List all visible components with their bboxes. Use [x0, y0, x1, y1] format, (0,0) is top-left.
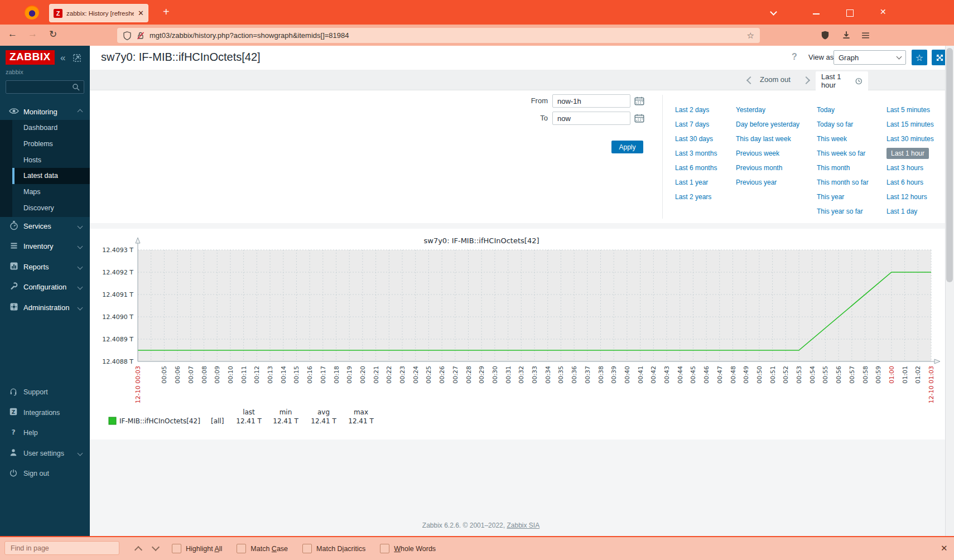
time-range-link[interactable]: Last 6 months — [675, 161, 717, 175]
sidebar-item-support[interactable]: Support — [0, 384, 90, 400]
sidebar-popout-icon[interactable] — [73, 54, 81, 62]
checkbox[interactable] — [237, 544, 246, 553]
sidebar-item-help[interactable]: ?Help — [0, 424, 90, 441]
time-shift-forward-chevron-icon[interactable] — [802, 76, 810, 84]
sidebar-subitem-problems[interactable]: Problems — [12, 136, 90, 152]
url-bar[interactable]: mgt03/zabbix/history.php?action=showgrap… — [117, 28, 760, 43]
checkbox[interactable] — [380, 544, 389, 553]
time-range-link[interactable]: Last 12 hours — [886, 190, 934, 204]
downloads-icon[interactable] — [841, 30, 851, 40]
time-range-link[interactable]: Previous year — [736, 175, 799, 190]
time-range-link[interactable]: Last 2 days — [675, 103, 717, 117]
find-close-icon[interactable]: ✕ — [941, 543, 948, 553]
time-range-link[interactable]: Last 5 minutes — [886, 103, 934, 117]
new-tab-button[interactable]: + — [163, 6, 170, 18]
time-range-link[interactable]: Last 1 year — [675, 175, 717, 190]
x-axis-tick: 00:20 — [359, 366, 367, 384]
sidebar-subitem-hosts[interactable]: Hosts — [12, 152, 90, 168]
sidebar-item-inventory[interactable]: Inventory — [0, 238, 90, 255]
checkbox[interactable] — [302, 544, 312, 553]
window-minimize-button[interactable] — [813, 13, 820, 15]
browser-tab[interactable]: Z zabbix: History [refreshed every ✕ — [49, 4, 148, 22]
find-option-highlight-all[interactable]: Highlight All — [172, 544, 222, 553]
time-range-link[interactable]: Last 3 hours — [886, 161, 934, 175]
time-range-link[interactable]: This month — [817, 161, 869, 175]
to-calendar-icon[interactable] — [634, 113, 645, 124]
scrollbar-thumb[interactable] — [946, 48, 953, 282]
footer-link[interactable]: Zabbix SIA — [507, 522, 539, 529]
time-range-link[interactable]: Previous week — [736, 146, 799, 161]
time-range-link[interactable]: This month so far — [817, 175, 869, 190]
time-range-selected[interactable]: Last 1 hour — [886, 148, 929, 159]
find-previous-chevron-icon[interactable] — [134, 546, 142, 554]
sidebar-item-configuration[interactable]: Configuration — [0, 279, 90, 296]
time-range-link[interactable]: Previous month — [736, 161, 799, 175]
sidebar-search[interactable] — [6, 80, 84, 94]
zabbix-logo[interactable]: ZABBIX — [6, 50, 55, 65]
from-input[interactable] — [552, 94, 630, 108]
time-range-link[interactable]: Last 7 days — [675, 117, 717, 132]
time-range-link[interactable]: Last 2 years — [675, 190, 717, 204]
find-option-match-case[interactable]: Match Case — [237, 544, 288, 553]
sidebar-item-integrations[interactable]: ZIntegrations — [0, 404, 90, 421]
sidebar-search-input[interactable] — [6, 83, 71, 91]
forward-button[interactable]: → — [28, 28, 37, 40]
time-range-link[interactable]: Last 1 day — [886, 204, 934, 219]
time-range-link[interactable]: This year so far — [817, 204, 869, 219]
find-option-match-diacritics[interactable]: Match Diacritics — [302, 544, 365, 553]
sidebar-item-monitoring[interactable]: Monitoring — [0, 103, 90, 120]
back-button[interactable]: ← — [8, 28, 17, 40]
bookmark-star-icon[interactable]: ☆ — [747, 31, 754, 41]
time-range-link[interactable]: Today so far — [817, 117, 869, 132]
sidebar-item-administration[interactable]: Administration — [0, 299, 90, 316]
find-option-label: Match Case — [250, 545, 288, 553]
insecure-lock-icon[interactable] — [136, 31, 145, 40]
time-range-link[interactable]: Last 6 hours — [886, 175, 934, 190]
pocket-shield-icon[interactable] — [820, 30, 830, 40]
sidebar-item-reports[interactable]: Reports — [0, 258, 90, 275]
tab-close-icon[interactable]: ✕ — [138, 9, 144, 17]
find-options: Highlight AllMatch CaseMatch DiacriticsW… — [172, 537, 436, 560]
time-range-link[interactable]: Day before yesterday — [736, 117, 799, 132]
to-input[interactable] — [552, 112, 630, 125]
tracking-shield-icon[interactable] — [123, 31, 132, 40]
time-range-link[interactable]: This year — [817, 190, 869, 204]
sidebar-subitem-maps[interactable]: Maps — [12, 184, 90, 200]
time-range-link[interactable]: This week so far — [817, 146, 869, 161]
time-shift-back-chevron-icon[interactable] — [746, 76, 754, 84]
sidebar-subitem-discovery[interactable]: Discovery — [12, 200, 90, 216]
time-range-link[interactable]: Last 30 minutes — [886, 132, 934, 146]
find-option-whole-words[interactable]: Whole Words — [380, 544, 436, 553]
sidebar-item-user-settings[interactable]: User settings — [0, 445, 90, 462]
sidebar-collapse-icon[interactable]: « — [60, 52, 65, 64]
time-range-link[interactable]: This day last week — [736, 132, 799, 146]
checkbox[interactable] — [172, 544, 181, 553]
time-range-link[interactable]: Last 15 minutes — [886, 117, 934, 132]
menu-hamburger-icon[interactable] — [861, 31, 870, 40]
find-input[interactable] — [4, 541, 119, 555]
window-maximize-button[interactable] — [846, 9, 854, 17]
time-range-link[interactable]: Today — [817, 103, 869, 117]
active-time-range-tab[interactable]: Last 1 hour — [816, 71, 868, 90]
favorite-button[interactable]: ☆ — [912, 50, 927, 65]
find-next-chevron-icon[interactable] — [152, 543, 160, 551]
time-range-link[interactable]: Last 30 days — [675, 132, 717, 146]
history-graph[interactable]: sw7y0: IF-MIB::ifHCInOctets[42]12.4093 T… — [90, 229, 945, 440]
time-range-link[interactable]: This week — [817, 132, 869, 146]
help-icon[interactable]: ? — [792, 52, 797, 62]
reload-button[interactable]: ↻ — [49, 28, 57, 40]
zoom-out-button[interactable]: Zoom out — [760, 75, 791, 84]
view-as-select[interactable]: Graph — [833, 50, 906, 65]
apply-button[interactable]: Apply — [611, 141, 643, 153]
time-range-link[interactable]: Yesterday — [736, 103, 799, 117]
sidebar-subitem-dashboard[interactable]: Dashboard — [12, 120, 90, 136]
sidebar-subitem-latest-data[interactable]: Latest data — [12, 168, 90, 184]
from-calendar-icon[interactable] — [634, 95, 645, 107]
sidebar-item-sign-out[interactable]: Sign out — [0, 465, 90, 482]
time-range-link[interactable]: Last 3 months — [675, 146, 717, 161]
firefox-icon[interactable] — [25, 5, 39, 20]
time-range-link[interactable]: Last 1 hour — [886, 146, 934, 161]
window-close-button[interactable]: ✕ — [880, 7, 886, 16]
sidebar-item-services[interactable]: Services — [0, 218, 90, 234]
list-tabs-chevron-icon[interactable] — [770, 8, 777, 16]
